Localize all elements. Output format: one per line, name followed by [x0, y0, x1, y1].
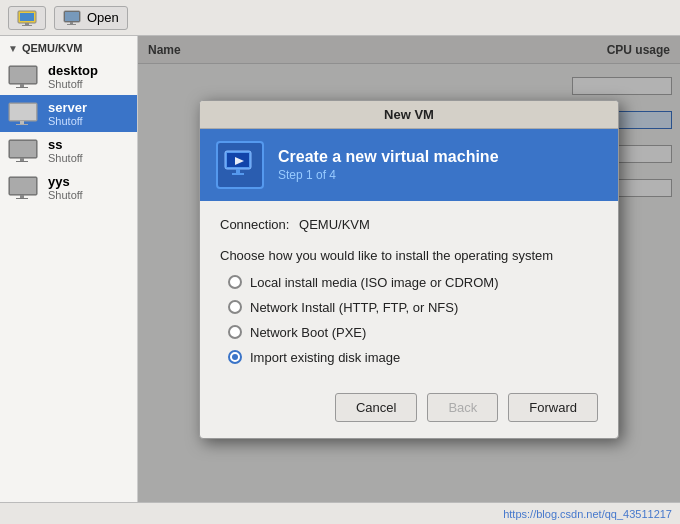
- radio-label-boot: Network Boot (PXE): [250, 325, 366, 340]
- new-vm-modal: New VM: [199, 100, 619, 439]
- step-info: Create a new virtual machine Step 1 of 4: [278, 148, 499, 182]
- modal-overlay: New VM: [138, 36, 680, 502]
- svg-rect-26: [236, 169, 240, 173]
- yys-vm-status: Shutoff: [48, 189, 83, 201]
- svg-rect-15: [16, 124, 28, 125]
- radio-label-network: Network Install (HTTP, FTP, or NFS): [250, 300, 458, 315]
- sidebar-item-server[interactable]: server Shutoff: [0, 95, 137, 132]
- open-label: Open: [87, 10, 119, 25]
- sidebar-item-yys[interactable]: yys Shutoff: [0, 169, 137, 206]
- step-title: Create a new virtual machine: [278, 148, 499, 166]
- radio-circle-local: [228, 275, 242, 289]
- ss-vm-status: Shutoff: [48, 152, 83, 164]
- step-icon-container: [216, 141, 264, 189]
- modal-title: New VM: [384, 107, 434, 122]
- desktop-vm-status: Shutoff: [48, 78, 98, 90]
- radio-group: Local install media (ISO image or CDROM)…: [220, 275, 598, 365]
- radio-local-install[interactable]: Local install media (ISO image or CDROM): [228, 275, 598, 290]
- modal-body: Connection: QEMU/KVM Choose how you woul…: [200, 201, 618, 381]
- create-vm-icon: [222, 147, 258, 183]
- radio-network-install[interactable]: Network Install (HTTP, FTP, or NFS): [228, 300, 598, 315]
- svg-rect-17: [10, 141, 36, 157]
- sidebar-item-desktop[interactable]: desktop Shutoff: [0, 58, 137, 95]
- modal-footer: Cancel Back Forward: [200, 381, 618, 438]
- svg-rect-27: [232, 173, 244, 175]
- forward-button[interactable]: Forward: [508, 393, 598, 422]
- server-vm-name: server: [48, 100, 87, 115]
- modal-step-header: Create a new virtual machine Step 1 of 4: [200, 129, 618, 201]
- install-question: Choose how you would like to install the…: [220, 248, 598, 263]
- status-bar: https://blog.csdn.net/qq_43511217: [0, 502, 680, 524]
- sidebar-item-ss[interactable]: ss Shutoff: [0, 132, 137, 169]
- sidebar-group-header: ▼ QEMU/KVM: [0, 36, 137, 58]
- sidebar: ▼ QEMU/KVM desktop Shutoff: [0, 36, 138, 502]
- status-link: https://blog.csdn.net/qq_43511217: [503, 508, 672, 520]
- desktop-vm-name: desktop: [48, 63, 98, 78]
- step-subtitle: Step 1 of 4: [278, 168, 499, 182]
- svg-rect-22: [20, 195, 24, 198]
- yys-vm-info: yys Shutoff: [48, 174, 83, 201]
- vm-ss-icon: [8, 139, 40, 163]
- collapse-arrow-icon[interactable]: ▼: [8, 43, 18, 54]
- ss-vm-name: ss: [48, 137, 83, 152]
- server-vm-info: server Shutoff: [48, 100, 87, 127]
- svg-rect-18: [20, 158, 24, 161]
- svg-rect-9: [10, 67, 36, 83]
- svg-rect-3: [22, 25, 32, 26]
- open-button[interactable]: Open: [54, 6, 128, 30]
- radio-circle-network: [228, 300, 242, 314]
- radio-import-disk[interactable]: Import existing disk image: [228, 350, 598, 365]
- icon-button[interactable]: [8, 6, 46, 30]
- vm-desktop-icon: [8, 65, 40, 89]
- modal-titlebar: New VM: [200, 101, 618, 129]
- svg-rect-6: [70, 22, 73, 24]
- connection-value: QEMU/KVM: [299, 217, 370, 232]
- vm-server-icon: [8, 102, 40, 126]
- vm-yys-icon: [8, 176, 40, 200]
- sidebar-group-label: QEMU/KVM: [22, 42, 83, 54]
- cancel-button[interactable]: Cancel: [335, 393, 417, 422]
- connection-line: Connection: QEMU/KVM: [220, 217, 598, 232]
- back-button[interactable]: Back: [427, 393, 498, 422]
- connection-label: Connection:: [220, 217, 289, 232]
- desktop-vm-info: desktop Shutoff: [48, 63, 98, 90]
- content-area: ▼ QEMU/KVM desktop Shutoff: [0, 36, 680, 502]
- app-window: Open ▼ QEMU/KVM desktop Shutoff: [0, 0, 680, 524]
- radio-network-boot[interactable]: Network Boot (PXE): [228, 325, 598, 340]
- svg-rect-1: [20, 13, 34, 21]
- svg-rect-11: [16, 87, 28, 88]
- monitor-icon: [63, 10, 83, 26]
- svg-rect-14: [20, 121, 24, 124]
- radio-label-import: Import existing disk image: [250, 350, 400, 365]
- toolbar: Open: [0, 0, 680, 36]
- svg-rect-7: [67, 24, 76, 25]
- radio-circle-boot: [228, 325, 242, 339]
- main-content: Name CPU usage: [138, 36, 680, 502]
- virt-manager-icon: [17, 10, 37, 26]
- yys-vm-name: yys: [48, 174, 83, 189]
- svg-rect-19: [16, 161, 28, 162]
- ss-vm-info: ss Shutoff: [48, 137, 83, 164]
- svg-rect-13: [10, 104, 36, 120]
- radio-label-local: Local install media (ISO image or CDROM): [250, 275, 499, 290]
- svg-rect-5: [65, 12, 79, 21]
- server-vm-status: Shutoff: [48, 115, 87, 127]
- svg-rect-2: [25, 23, 29, 25]
- radio-circle-import: [228, 350, 242, 364]
- svg-rect-23: [16, 198, 28, 199]
- svg-rect-10: [20, 84, 24, 87]
- svg-rect-21: [10, 178, 36, 194]
